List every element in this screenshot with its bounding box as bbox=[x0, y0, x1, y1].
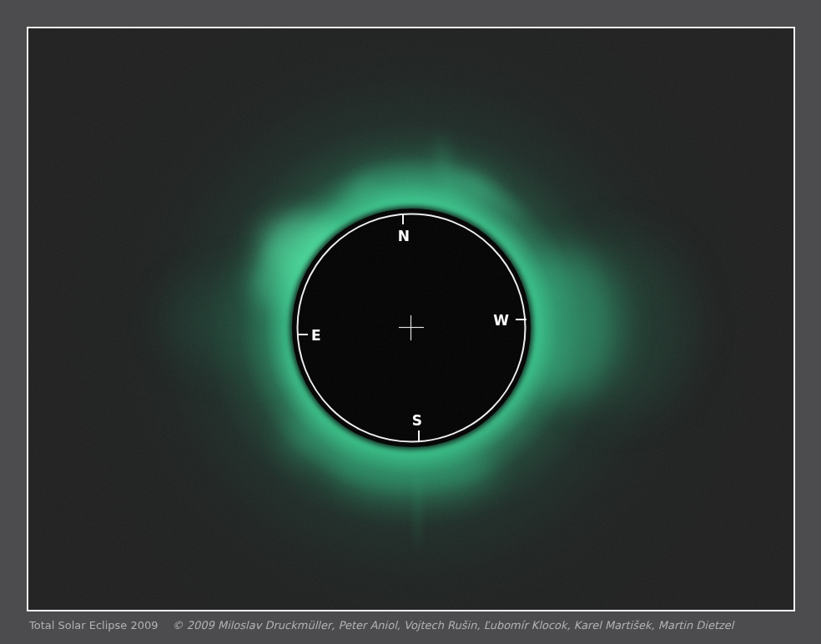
center-cross-vertical bbox=[410, 315, 412, 340]
corona-ray bbox=[433, 135, 459, 201]
label-west: W bbox=[493, 312, 509, 329]
label-north: N bbox=[398, 228, 410, 244]
eclipse-photo-frame: N E W S bbox=[27, 27, 795, 611]
tick-west bbox=[516, 319, 526, 320]
tick-south bbox=[418, 430, 420, 442]
corona-haze-left bbox=[165, 274, 311, 370]
corona-haze-right bbox=[550, 238, 692, 413]
caption-credit: © 2009 Miloslav Druckmüller, Peter Aniol… bbox=[173, 619, 734, 631]
caption-title: Total Solar Eclipse 2009 bbox=[29, 619, 159, 631]
label-south: S bbox=[412, 412, 423, 429]
corona-ray bbox=[453, 166, 525, 221]
tick-east bbox=[297, 334, 308, 335]
caption: Total Solar Eclipse 2009© 2009 Miloslav … bbox=[29, 619, 805, 631]
corona-ray-south bbox=[416, 469, 421, 548]
label-east: E bbox=[311, 327, 321, 344]
corona-streamer-bottom bbox=[332, 439, 495, 499]
tick-north bbox=[402, 214, 404, 224]
